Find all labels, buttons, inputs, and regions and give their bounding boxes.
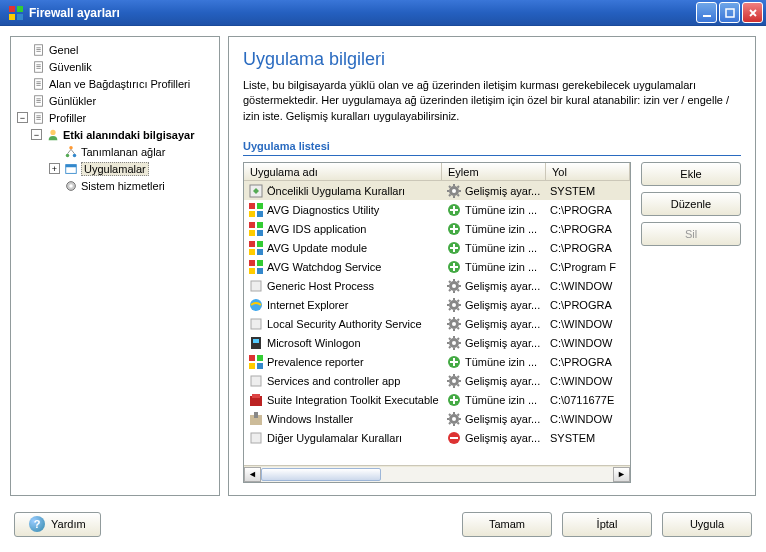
avg-red-icon [248,202,264,218]
app-name: AVG IDS application [267,223,366,235]
svg-point-62 [452,303,456,307]
svg-rect-24 [36,117,40,118]
horizontal-scrollbar[interactable]: ◄ ► [244,465,630,482]
tree-expander[interactable]: − [17,112,28,123]
action-text: Gelişmiş ayar... [465,318,540,330]
app-name: Services and controller app [267,375,400,387]
suite-icon [248,392,264,408]
svg-rect-11 [36,64,40,65]
cancel-button[interactable]: İptal [562,512,652,537]
path-text: C:\PROGRA [550,223,612,235]
svg-rect-12 [36,66,40,67]
app-name: Suite Integration Toolkit Executable [267,394,439,406]
tree-item-label: Profiller [49,112,86,124]
path-text: C:\PROGRA [550,242,612,254]
list-row[interactable]: Local Security Authority ServiceGelişmiş… [244,314,630,333]
tree-item[interactable]: −Etki alanındaki bilgisayar [15,126,215,143]
add-button[interactable]: Ekle [641,162,741,186]
app-name: Generic Host Process [267,280,374,292]
list-row[interactable]: Windows InstallerGelişmiş ayar...C:\WIND… [244,409,630,428]
prio-icon [248,183,264,199]
allow-icon [446,240,462,256]
list-row[interactable]: Generic Host ProcessGelişmiş ayar...C:\W… [244,276,630,295]
column-header-path[interactable]: Yol [546,163,630,180]
tree-item-label: Güvenlik [49,61,92,73]
page-title: Uygulama bilgileri [243,49,741,70]
list-row[interactable]: AVG Update moduleTümüne izin ...C:\PROGR… [244,238,630,257]
user-icon [46,128,60,142]
path-text: C:\Program F [550,261,616,273]
list-row[interactable]: Services and controller appGelişmiş ayar… [244,371,630,390]
svg-rect-17 [36,84,40,85]
svg-rect-48 [257,241,263,247]
tree-item[interactable]: Tanımlanan ağlar [15,143,215,160]
list-row[interactable]: Prevalence reporterTümüne izin ...C:\PRO… [244,352,630,371]
doc-icon [32,77,46,91]
app-icon [64,162,78,176]
minimize-button[interactable] [696,2,717,23]
list-row[interactable]: Diğer Uygulamalar KurallarıGelişmiş ayar… [244,428,630,447]
ok-button[interactable]: Tamam [462,512,552,537]
svg-rect-37 [249,203,255,209]
list-row[interactable]: AVG Watchdog ServiceTümüne izin ...C:\Pr… [244,257,630,276]
list-row[interactable]: Suite Integration Toolkit ExecutableTümü… [244,390,630,409]
svg-point-36 [452,189,456,193]
scroll-left-button[interactable]: ◄ [244,467,261,482]
svg-rect-9 [36,50,40,51]
tree-item[interactable]: Güvenlik [15,58,215,75]
svg-rect-13 [36,67,40,68]
list-row[interactable]: AVG Diagnostics UtilityTümüne izin ...C:… [244,200,630,219]
app-name: Öncelikli Uygulama Kuralları [267,185,405,197]
msi-icon [248,411,264,427]
svg-point-69 [452,341,456,345]
delete-button[interactable]: Sil [641,222,741,246]
maximize-button[interactable] [719,2,740,23]
path-text: C:\WINDOW [550,337,612,349]
tree-item[interactable]: Alan ve Bağdaştırıcı Profilleri [15,75,215,92]
svg-rect-75 [251,376,261,386]
scroll-right-button[interactable]: ► [613,467,630,482]
tree-item-label: Tanımlanan ağlar [81,146,165,158]
svg-rect-8 [36,49,40,50]
tree-item[interactable]: −Profiller [15,109,215,126]
tree-expander[interactable]: + [49,163,60,174]
svg-rect-50 [257,249,263,255]
svg-rect-47 [249,241,255,247]
column-header-action[interactable]: Eylem [442,163,546,180]
generic-icon [248,430,264,446]
svg-point-59 [452,284,456,288]
list-row[interactable]: Öncelikli Uygulama KurallarıGelişmiş aya… [244,181,630,200]
scroll-thumb[interactable] [261,468,381,481]
gear-icon [446,373,462,389]
close-button[interactable] [742,2,763,23]
svg-point-77 [452,379,456,383]
navigation-tree[interactable]: GenelGüvenlikAlan ve Bağdaştırıcı Profil… [10,36,220,496]
list-row[interactable]: Microsoft WinlogonGelişmiş ayar...C:\WIN… [244,333,630,352]
doc-icon [32,60,46,74]
gear-icon [446,316,462,332]
path-text: SYSTEM [550,432,595,444]
allow-icon [446,221,462,237]
generic-icon [248,373,264,389]
svg-rect-54 [249,268,255,274]
svg-rect-15 [36,81,40,82]
listview-header: Uygulama adı Eylem Yol [244,163,630,181]
help-button[interactable]: ? Yardım [14,512,101,537]
application-listview[interactable]: Uygulama adı Eylem Yol Öncelikli Uygulam… [243,162,631,483]
edit-button[interactable]: Düzenle [641,192,741,216]
tree-item[interactable]: Günlükler [15,92,215,109]
apply-button[interactable]: Uygula [662,512,752,537]
list-row[interactable]: Internet ExplorerGelişmiş ayar...C:\PROG… [244,295,630,314]
column-header-app[interactable]: Uygulama adı [244,163,442,180]
list-row[interactable]: AVG IDS applicationTümüne izin ...C:\PRO… [244,219,630,238]
svg-rect-85 [251,433,261,443]
tree-expander[interactable]: − [31,129,42,140]
svg-rect-63 [251,319,261,329]
tree-item[interactable]: +Uygulamalar [15,160,215,177]
svg-rect-38 [257,203,263,209]
action-text: Tümüne izin ... [465,223,537,235]
tree-item[interactable]: Genel [15,41,215,58]
tree-item[interactable]: Sistem hizmetleri [15,177,215,194]
avg-grn-icon [248,259,264,275]
ie-icon [248,297,264,313]
